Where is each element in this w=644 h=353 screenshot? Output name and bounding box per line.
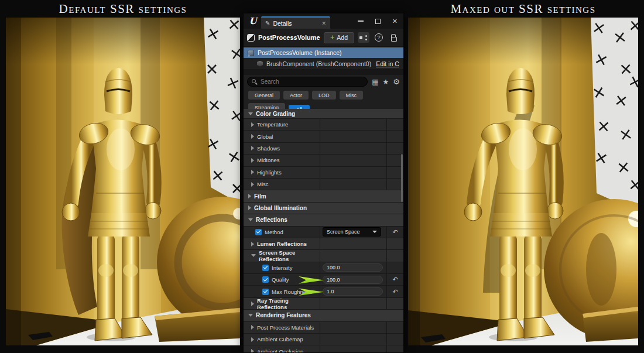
display-filter-icon[interactable]: ▦ [372,78,378,85]
row-reflections[interactable]: Reflections [244,214,403,226]
row-ambient-occlusion[interactable]: Ambient Occlusion [244,345,403,352]
row-method[interactable]: Method Screen Space ↶ [244,227,403,238]
row-highlights[interactable]: Highlights [244,167,403,179]
reset-to-default-icon[interactable]: ↶ [392,276,398,283]
chevron-right-icon[interactable] [251,134,254,139]
plus-icon: + [330,33,334,42]
filter-chip-lod[interactable]: LOD [312,91,336,100]
scrollbar-thumb[interactable] [401,154,403,202]
details-tab-icon: ✎ [265,20,270,26]
chevron-down-icon[interactable] [251,254,256,257]
chevron-down-icon[interactable] [248,218,253,221]
chevron-right-icon[interactable] [251,158,254,163]
favorites-star-icon[interactable]: ★ [383,78,389,85]
intensity-checkbox[interactable] [262,265,269,271]
method-dropdown[interactable]: Screen Space [323,227,381,237]
chevron-right-icon[interactable] [251,242,254,246]
volume-instance-icon [248,50,254,56]
details-window: U ✎ Details ✕ ✕ PostProcessVolume + Add … [243,13,404,353]
unlock-icon [391,37,397,42]
search-input[interactable]: Search [247,77,368,87]
chevron-down-icon[interactable] [248,314,253,317]
chevron-right-icon[interactable] [251,146,254,150]
filter-chip-general[interactable]: General [248,91,280,100]
postprocessvolume-icon [247,34,255,42]
chevron-down-icon [372,231,377,233]
tab-label: Details [273,20,292,27]
quality-input[interactable] [323,276,383,284]
quality-checkbox[interactable] [262,276,269,283]
row-misc[interactable]: Misc [244,179,403,190]
row-film[interactable]: Film [244,190,403,202]
object-name: PostProcessVolume [258,34,320,41]
search-icon [252,79,258,85]
row-post-process-materials[interactable]: Post Process Materials [244,322,403,334]
component-label: BrushComponent (BrushComponent0) [266,60,371,67]
instance-label: PostProcessVolume (Instance) [258,49,342,56]
row-rendering-features[interactable]: Rendering Features [244,310,403,321]
filter-chip-misc[interactable]: Misc [340,91,364,100]
tab-details[interactable]: ✎ Details ✕ [261,16,330,29]
chevron-right-icon[interactable] [251,170,254,174]
chevron-right-icon[interactable] [251,122,254,127]
details-toolbar: PostProcessVolume + Add ? [244,29,403,47]
right-render-image [408,18,638,345]
close-button[interactable]: ✕ [392,18,398,25]
left-pane-title: Default SSR settings [6,2,240,16]
settings-gear-icon[interactable]: ⚙ [393,78,400,85]
help-button[interactable]: ? [373,32,385,43]
row-midtones[interactable]: Midtones [244,155,403,166]
add-button[interactable]: + Add [324,32,354,43]
row-ray-tracing-reflections[interactable]: Ray Tracing Reflections [244,298,403,310]
row-temperature[interactable]: Temperature [244,119,403,131]
edit-in-cpp-link[interactable]: Edit in C [376,60,399,67]
intensity-input[interactable] [323,263,383,272]
chevron-right-icon[interactable] [248,205,251,210]
tab-close-icon[interactable]: ✕ [321,20,326,26]
chevron-right-icon[interactable] [248,194,251,198]
left-render-image [6,18,240,345]
search-placeholder: Search [261,78,279,85]
chevron-down-icon[interactable] [248,112,253,115]
minimize-button[interactable] [358,20,364,22]
brush-component-row[interactable]: BrushComponent (BrushComponent0) Edit in… [244,58,403,69]
maximize-button[interactable] [375,19,381,24]
chevron-right-icon[interactable] [251,325,254,330]
row-screen-space-reflections[interactable]: Screen Space Reflections [244,250,403,262]
row-color-grading[interactable]: Color Grading [244,109,403,119]
right-pane-title: Maxed out SSR settings [408,2,638,16]
filter-chip-actor[interactable]: Actor [283,91,309,100]
chevron-right-icon[interactable] [251,301,254,306]
selected-object-row[interactable]: PostProcessVolume (Instance) [244,47,403,58]
help-icon: ? [375,33,383,42]
chevron-right-icon[interactable] [251,337,254,342]
chevron-right-icon[interactable] [251,182,254,187]
reset-to-default-icon[interactable]: ↶ [392,289,398,295]
lock-button[interactable] [388,32,400,43]
browse-component-button[interactable] [358,32,369,43]
row-lumen-reflections[interactable]: Lumen Reflections [244,238,403,250]
chevron-right-icon[interactable] [251,349,254,352]
window-tab-bar: U ✎ Details ✕ ✕ [244,13,403,29]
max-roughness-input[interactable] [323,287,383,296]
method-checkbox[interactable] [255,229,262,235]
row-quality[interactable]: Quality ↶ [244,274,403,286]
unreal-engine-logo[interactable]: U [246,16,260,26]
node-graph-icon [359,35,368,41]
properties-list: Color Grading Temperature Global Shadows… [244,109,403,352]
row-global[interactable]: Global [244,131,403,142]
screenshot-root: Default SSR settings Maxed out SSR setti… [0,0,644,353]
row-global-illumination[interactable]: Global Illumination [244,203,403,214]
brush-component-icon [257,61,263,67]
row-ambient-cubemap[interactable]: Ambient Cubemap [244,334,403,345]
row-max-roughness[interactable]: Max Roughness ↶ [244,286,403,297]
reset-to-default-icon[interactable]: ↶ [392,229,398,235]
row-intensity[interactable]: Intensity [244,262,403,274]
divider [244,69,403,75]
search-row: Search ▦ ★ ⚙ [244,75,403,88]
row-shadows[interactable]: Shadows [244,143,403,155]
max-roughness-checkbox[interactable] [262,289,269,295]
